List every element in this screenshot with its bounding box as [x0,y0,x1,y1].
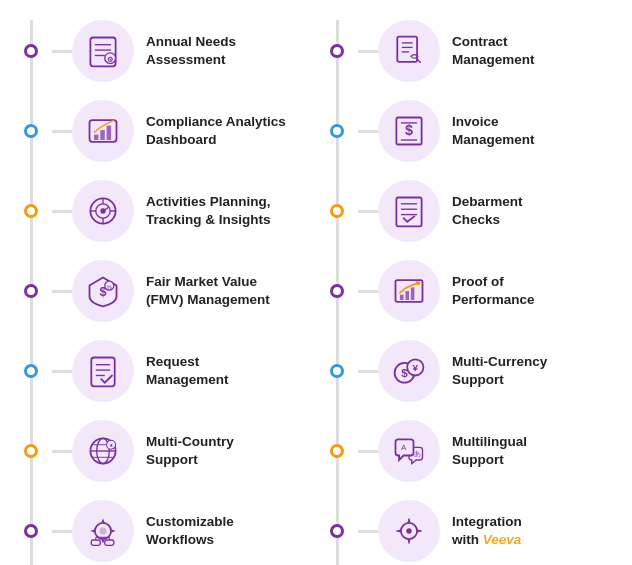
connector-line [358,370,378,373]
item-icon-activities [72,180,134,242]
connector-line [52,450,72,453]
connector-line [52,530,72,533]
dot-area [316,44,358,58]
item-icon-workflows [72,500,134,562]
connector-line [52,50,72,53]
item-label: Annual NeedsAssessment [146,33,316,69]
connector-line [358,290,378,293]
svg-point-64 [406,528,411,533]
svg-rect-9 [107,126,112,140]
svg-text:⚙: ⚙ [107,55,113,64]
connector-line [52,290,72,293]
item-icon-compliance [72,100,134,162]
timeline-dot [330,524,344,538]
svg-rect-7 [94,135,99,140]
item-label: Compliance AnalyticsDashboard [146,113,316,149]
connector-line [52,210,72,213]
connector-line [52,130,72,133]
item-icon-debarment [378,180,440,242]
svg-text:%: % [107,284,112,290]
timeline-dot [24,524,38,538]
item-label: Multi-CountrySupport [146,433,316,469]
svg-rect-34 [91,540,100,545]
connector-line [358,50,378,53]
timeline-dot [24,204,38,218]
timeline-dot [24,44,38,58]
dot-area [10,44,52,58]
timeline-dot [330,284,344,298]
timeline-dot [24,364,38,378]
timeline-dot [330,124,344,138]
dot-area [10,444,52,458]
dot-area [10,524,52,538]
dot-area [316,444,358,458]
svg-text:A: A [401,443,407,452]
item-icon-multicountry: ★ [72,420,134,482]
item-label: Activities Planning,Tracking & Insights [146,193,316,229]
item-label: Multi-CurrencySupport [452,353,622,389]
item-icon-integration [378,500,440,562]
list-item: $ % Fair Market Value(FMV) Management [10,260,316,322]
timeline-dot [330,204,344,218]
timeline-dot [24,444,38,458]
main-container: ⚙ Annual NeedsAssessment Compliance Ana [0,0,632,565]
timeline-dot [330,444,344,458]
svg-point-33 [99,527,106,534]
list-item: A あ MultilingualSupport [316,420,622,482]
item-label: InvoiceManagement [452,113,622,149]
svg-text:¥: ¥ [413,362,419,373]
connector-line [358,530,378,533]
dot-area [316,364,358,378]
item-label: RequestManagement [146,353,316,389]
list-item: CustomizableWorkflows [10,500,316,562]
svg-rect-35 [105,540,114,545]
veeva-brand: Veeva [483,532,522,547]
connector-line [358,450,378,453]
item-icon-request [72,340,134,402]
dot-area [10,204,52,218]
item-label: Proof ofPerformance [452,273,622,309]
dot-area [10,364,52,378]
list-item: Activities Planning,Tracking & Insights [10,180,316,242]
list-item: Integrationwith Veeva [316,500,622,562]
item-icon-multicurrency: $ ¥ [378,340,440,402]
svg-text:あ: あ [414,449,421,458]
dot-area [10,124,52,138]
item-icon-fmv: $ % [72,260,134,322]
item-label: MultilingualSupport [452,433,622,469]
timeline-dot [24,124,38,138]
svg-text:$: $ [405,122,413,138]
svg-rect-48 [396,198,421,227]
item-label: CustomizableWorkflows [146,513,316,549]
item-label: ContractManagement [452,33,622,69]
integration-label: Integrationwith Veeva [452,513,622,549]
item-icon-multilingual: A あ [378,420,440,482]
timeline-dot [330,44,344,58]
list-item: $ ¥ Multi-CurrencySupport [316,340,622,402]
list-item: Proof ofPerformance [316,260,622,322]
item-icon-contract [378,20,440,82]
list-item: ContractManagement [316,20,622,82]
svg-rect-55 [411,287,415,300]
dot-area [316,124,358,138]
left-column: ⚙ Annual NeedsAssessment Compliance Ana [10,20,316,565]
list-item: DebarmentChecks [316,180,622,242]
dot-area [10,284,52,298]
svg-rect-8 [100,130,105,140]
list-item: RequestManagement [10,340,316,402]
timeline-dot [24,284,38,298]
item-icon-annual: ⚙ [72,20,134,82]
svg-rect-54 [405,291,409,300]
list-item: ★ Multi-CountrySupport [10,420,316,482]
connector-line [358,210,378,213]
svg-point-56 [416,281,421,286]
dot-area [316,524,358,538]
item-icon-invoice: $ [378,100,440,162]
right-column: ContractManagement $ InvoiceManagement [316,20,622,565]
svg-rect-53 [400,295,404,300]
item-icon-proof [378,260,440,322]
timeline-dot [330,364,344,378]
connector-line [52,370,72,373]
list-item: Compliance AnalyticsDashboard [10,100,316,162]
item-label: DebarmentChecks [452,193,622,229]
